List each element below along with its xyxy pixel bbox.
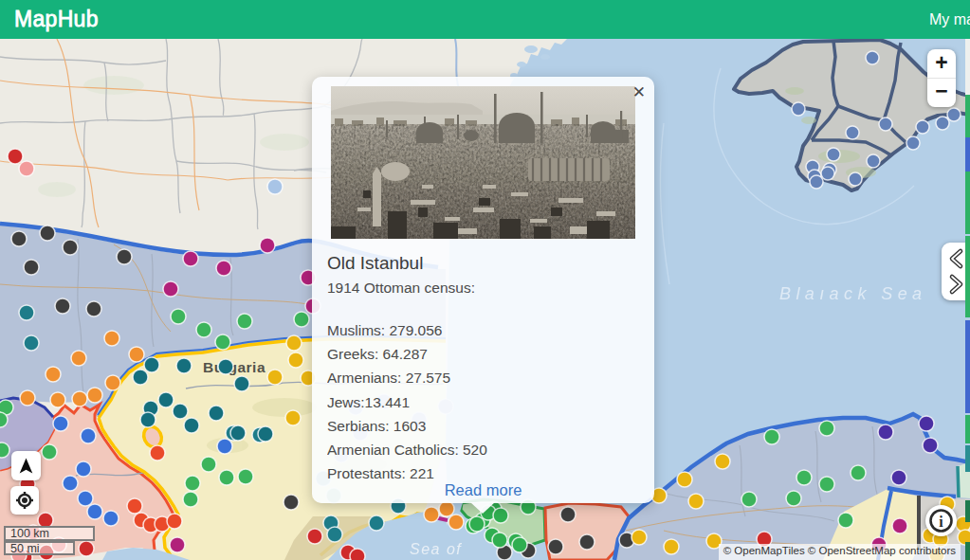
svg-text:Bulgaria: Bulgaria	[203, 359, 265, 375]
svg-text:Sea of: Sea of	[410, 541, 462, 557]
svg-text:i: i	[939, 514, 943, 530]
svg-text:Blaıack Sea: Blaıack Sea	[779, 284, 926, 303]
